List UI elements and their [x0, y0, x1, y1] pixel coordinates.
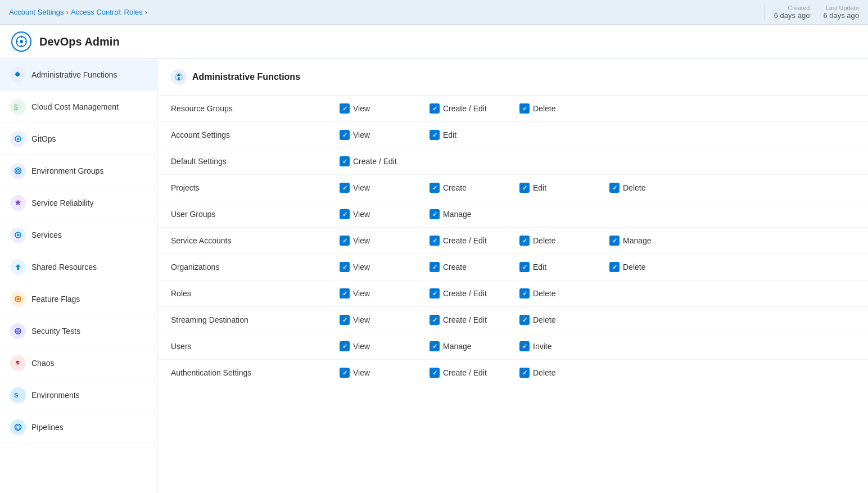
checkbox-checked[interactable] — [519, 103, 530, 114]
perm-item: Delete — [519, 103, 609, 114]
row-label: Projects — [171, 183, 340, 192]
perm-item: Delete — [609, 262, 699, 272]
table-row: User Groups View Manage — [157, 201, 868, 228]
svg-text:S: S — [14, 392, 18, 399]
sidebar-item-cloud-cost-management[interactable]: $ Cloud Cost Management — [0, 91, 157, 123]
checkbox-checked[interactable] — [430, 103, 440, 114]
breadcrumb-sep-2: › — [145, 8, 147, 16]
sidebar-icon-9 — [10, 355, 26, 371]
checkbox-checked[interactable] — [609, 236, 620, 246]
row-label: Roles — [171, 289, 340, 298]
checkbox-checked[interactable] — [430, 262, 440, 272]
svg-point-17 — [17, 331, 19, 332]
sidebar-item-feature-flags[interactable]: Feature Flags — [0, 283, 157, 315]
sidebar-icon-0 — [10, 67, 26, 83]
perm-item: Delete — [519, 315, 609, 325]
sidebar-item-services[interactable]: Services — [0, 219, 157, 251]
row-label: Default Settings — [171, 157, 340, 166]
sidebar-item-pipelines[interactable]: Pipelines — [0, 411, 157, 444]
checkbox-checked[interactable] — [430, 209, 440, 219]
row-permissions: View Manage — [340, 209, 855, 219]
perm-item: Invite — [519, 341, 609, 351]
checkbox-checked[interactable] — [519, 315, 530, 325]
checkbox-checked[interactable] — [340, 209, 350, 219]
sidebar-item-chaos[interactable]: Chaos — [0, 347, 157, 379]
svg-point-14 — [17, 298, 20, 301]
perm-item: Manage — [609, 236, 699, 246]
sidebar-item-security-tests[interactable]: Security Tests — [0, 315, 157, 347]
perm-item: Delete — [519, 368, 609, 378]
checkbox-checked[interactable] — [430, 315, 440, 325]
row-label: User Groups — [171, 210, 340, 219]
sidebar-item-shared-resources[interactable]: Shared Resources — [0, 251, 157, 283]
sidebar-label-8: Security Tests — [31, 327, 80, 336]
perm-item: Create / Edit — [430, 368, 519, 378]
perm-label: Invite — [533, 342, 551, 351]
sidebar-item-environment-groups[interactable]: Environment Groups — [0, 155, 157, 187]
sidebar-label-4: Service Reliability — [31, 198, 93, 207]
sidebar-icon-10: S — [10, 387, 26, 403]
checkbox-checked[interactable] — [430, 368, 440, 378]
sidebar-item-gitops[interactable]: GitOps — [0, 123, 157, 155]
checkbox-checked[interactable] — [519, 183, 530, 193]
checkbox-checked[interactable] — [340, 368, 350, 378]
perm-item: Manage — [430, 341, 519, 351]
perm-label: Create / Edit — [353, 157, 397, 166]
checkbox-checked[interactable] — [340, 183, 350, 193]
checkbox-checked[interactable] — [609, 262, 620, 272]
checkbox-checked[interactable] — [340, 341, 350, 351]
checkbox-checked[interactable] — [430, 183, 440, 193]
perm-item: View — [340, 288, 430, 298]
checkbox-checked[interactable] — [340, 315, 350, 325]
table-row: Streaming Destination View Create / Edit… — [157, 307, 868, 333]
sidebar-label-6: Shared Resources — [31, 263, 97, 272]
breadcrumb-access-control[interactable]: Access Control: Roles — [71, 8, 143, 16]
perm-label: Create / Edit — [443, 368, 487, 377]
checkbox-checked[interactable] — [430, 130, 440, 140]
checkbox-checked[interactable] — [340, 262, 350, 272]
row-label: Authentication Settings — [171, 368, 340, 377]
sidebar-icon-11 — [10, 419, 26, 435]
checkbox-checked[interactable] — [519, 262, 530, 272]
checkbox-checked[interactable] — [519, 368, 530, 378]
perm-label: Create / Edit — [443, 289, 487, 298]
perm-item: Delete — [609, 183, 699, 193]
row-label: Organizations — [171, 263, 340, 272]
sidebar-item-environments[interactable]: S Environments — [0, 379, 157, 411]
checkbox-checked[interactable] — [430, 288, 440, 298]
checkbox-checked[interactable] — [519, 288, 530, 298]
checkbox-checked[interactable] — [340, 156, 350, 166]
checkbox-checked[interactable] — [609, 183, 620, 193]
checkbox-checked[interactable] — [340, 288, 350, 298]
table-row: Projects View Create Edit Delete — [157, 175, 868, 201]
row-label: Resource Groups — [171, 104, 340, 113]
checkbox-checked[interactable] — [430, 341, 440, 351]
checkbox-checked[interactable] — [340, 236, 350, 246]
row-permissions: View Create / Edit Delete — [340, 368, 855, 378]
checkbox-checked[interactable] — [340, 130, 350, 140]
perm-label: View — [353, 210, 370, 219]
perm-label: View — [353, 315, 370, 324]
perm-label: Edit — [443, 130, 456, 139]
sidebar-item-service-reliability[interactable]: Service Reliability — [0, 187, 157, 219]
perm-item: Delete — [519, 288, 609, 298]
breadcrumb-account-settings[interactable]: Account Settings — [9, 8, 64, 16]
sidebar-icon-4 — [10, 195, 26, 211]
perm-label: Create — [443, 263, 467, 272]
sidebar-item-administrative-functions[interactable]: Administrative Functions — [0, 59, 157, 91]
perm-label: View — [353, 183, 370, 192]
perm-item: Delete — [519, 236, 609, 246]
checkbox-checked[interactable] — [340, 103, 350, 114]
sidebar-icon-7 — [10, 291, 26, 307]
role-icon — [11, 31, 31, 52]
svg-point-8 — [17, 138, 19, 140]
sidebar-label-5: Services — [31, 230, 62, 239]
svg-point-1 — [20, 40, 23, 43]
sidebar-label-0: Administrative Functions — [31, 70, 117, 79]
checkbox-checked[interactable] — [430, 236, 440, 246]
checkbox-checked[interactable] — [519, 341, 530, 351]
row-label: Users — [171, 342, 340, 351]
svg-point-12 — [17, 234, 19, 236]
perm-item: View — [340, 236, 430, 246]
checkbox-checked[interactable] — [519, 236, 530, 246]
